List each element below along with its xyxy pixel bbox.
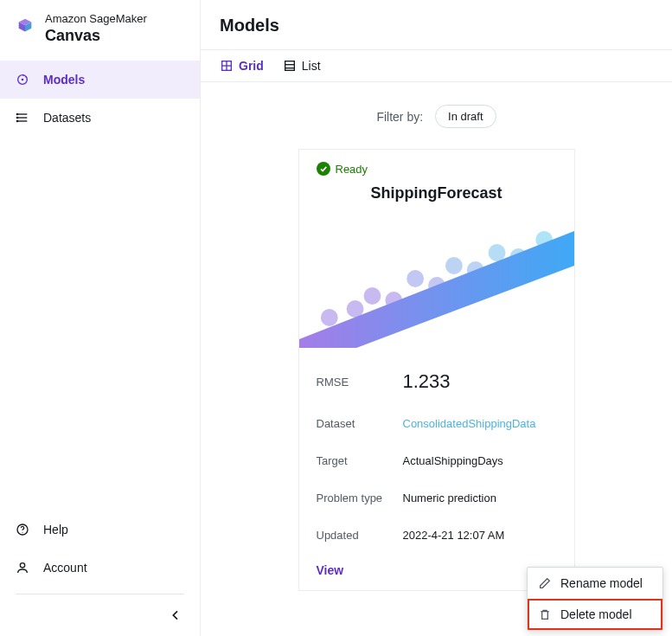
brand: Amazon SageMaker Canvas [0, 0, 200, 61]
trash-icon [538, 607, 552, 621]
svg-point-7 [16, 120, 17, 121]
metric-value-problem: Numeric prediction [403, 491, 557, 504]
metric-value-dataset[interactable]: ConsolidatedShippingData [403, 417, 557, 430]
svg-point-6 [16, 117, 17, 118]
svg-point-23 [445, 257, 462, 274]
sidebar-collapse[interactable] [0, 603, 200, 626]
list-icon [283, 59, 297, 73]
view-toggle: Grid List [201, 50, 672, 82]
status-badge: Ready [317, 162, 557, 176]
svg-point-5 [16, 113, 17, 114]
model-chart [299, 218, 574, 348]
metric-label-target: Target [317, 454, 403, 467]
card-footer: View [317, 562, 557, 578]
svg-point-21 [406, 270, 424, 287]
sidebar-item-help[interactable]: Help [0, 511, 200, 549]
view-list-button[interactable]: List [283, 59, 321, 73]
filter-chip[interactable]: In draft [435, 105, 496, 128]
svg-marker-28 [299, 231, 574, 348]
svg-point-10 [20, 563, 24, 568]
app-root: Amazon SageMaker Canvas Models Datasets [0, 0, 672, 636]
svg-rect-14 [285, 61, 294, 71]
status-text: Ready [336, 163, 368, 176]
datasets-icon [16, 111, 29, 125]
sagemaker-logo-icon [16, 17, 35, 36]
metric-value-updated: 2022-4-21 12:07 AM [403, 529, 557, 542]
page-title: Models [220, 16, 653, 35]
metric-label-rmse: RMSE [317, 376, 403, 389]
view-list-label: List [302, 59, 321, 73]
main-area: Models Grid List [201, 0, 672, 636]
sidebar-item-label: Datasets [43, 111, 91, 125]
view-grid-label: Grid [239, 59, 264, 73]
metric-value-target: ActualShippingDays [403, 454, 557, 467]
metric-value-rmse: 1.233 [403, 370, 557, 393]
model-title: ShippingForecast [317, 184, 557, 202]
metric-label-problem: Problem type [317, 491, 403, 504]
metric-label-updated: Updated [317, 529, 403, 542]
grid-icon [220, 59, 234, 73]
divider [16, 594, 184, 594]
filter-label: Filter by: [376, 110, 423, 124]
sidebar: Amazon SageMaker Canvas Models Datasets [0, 0, 201, 636]
metrics: RMSE 1.233 Dataset ConsolidatedShippingD… [317, 370, 557, 542]
page-header: Models [201, 0, 672, 50]
delete-model-item[interactable]: Delete model [528, 599, 662, 630]
sidebar-item-label: Models [43, 73, 85, 87]
view-grid-button[interactable]: Grid [220, 59, 264, 73]
rename-label: Rename model [560, 576, 643, 590]
model-card[interactable]: Ready ShippingForecast [298, 149, 575, 591]
delete-label: Delete model [560, 607, 632, 621]
sidebar-item-label: Account [43, 561, 87, 575]
filter-row: Filter by: In draft [376, 105, 496, 128]
models-icon [16, 73, 29, 87]
content: Filter by: In draft Ready ShippingForeca… [201, 82, 672, 636]
rename-model-item[interactable]: Rename model [528, 568, 662, 599]
sidebar-item-datasets[interactable]: Datasets [0, 99, 200, 137]
metric-label-dataset: Dataset [317, 417, 403, 430]
sidebar-item-account[interactable]: Account [0, 549, 200, 587]
svg-point-19 [363, 287, 381, 305]
view-button[interactable]: View [317, 563, 344, 577]
svg-point-9 [22, 532, 22, 533]
edit-icon [538, 576, 552, 590]
svg-point-25 [488, 244, 505, 261]
check-icon [317, 162, 330, 176]
sidebar-item-label: Help [43, 523, 68, 536]
brand-line2: Canvas [45, 27, 147, 45]
svg-point-17 [320, 309, 337, 326]
sidebar-item-models[interactable]: Models [0, 61, 200, 99]
chevron-left-icon [169, 608, 182, 622]
brand-line1: Amazon SageMaker [45, 12, 147, 25]
account-icon [16, 561, 29, 575]
svg-point-1 [22, 79, 24, 81]
help-icon [16, 523, 29, 536]
context-menu: Rename model Delete model [527, 567, 663, 631]
sidebar-bottom: Help Account [0, 511, 200, 626]
